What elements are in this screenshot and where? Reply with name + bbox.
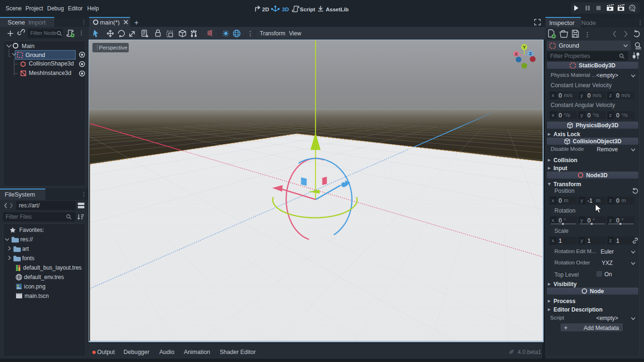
svg-text:2D: 2D xyxy=(262,7,269,12)
svg-text:Y: Y xyxy=(523,45,526,49)
svg-text:fonts: fonts xyxy=(22,255,34,262)
svg-text:⋮: ⋮ xyxy=(584,31,591,38)
svg-text:default_bus_layout.tres: default_bus_layout.tres xyxy=(23,264,82,271)
svg-text:main(*): main(*) xyxy=(100,19,120,25)
svg-text:3D: 3D xyxy=(282,7,289,12)
svg-text:X: X xyxy=(515,52,518,57)
svg-text:Favorites:: Favorites: xyxy=(19,227,44,233)
svg-text:Transform: Transform xyxy=(260,30,285,37)
svg-text:res://: res:// xyxy=(20,236,33,243)
svg-text:⋮: ⋮ xyxy=(247,30,254,37)
svg-text:Ground: Ground xyxy=(25,52,45,58)
svg-text:MeshInstance3d: MeshInstance3d xyxy=(29,70,71,76)
svg-text:Z: Z xyxy=(529,51,532,56)
svg-text:CollisionShape3d: CollisionShape3d xyxy=(29,60,74,67)
svg-text:AssetLib: AssetLib xyxy=(326,7,349,12)
svg-text:main.tscn: main.tscn xyxy=(25,293,49,299)
svg-text:Main: Main xyxy=(22,43,34,49)
svg-text:icon.png: icon.png xyxy=(24,283,45,290)
svg-text:DOC: DOC xyxy=(636,47,641,50)
svg-text:art: art xyxy=(22,246,29,252)
svg-text:View: View xyxy=(289,30,301,37)
svg-text:default_env.tres: default_env.tres xyxy=(24,274,64,280)
svg-text:Script: Script xyxy=(300,7,315,12)
